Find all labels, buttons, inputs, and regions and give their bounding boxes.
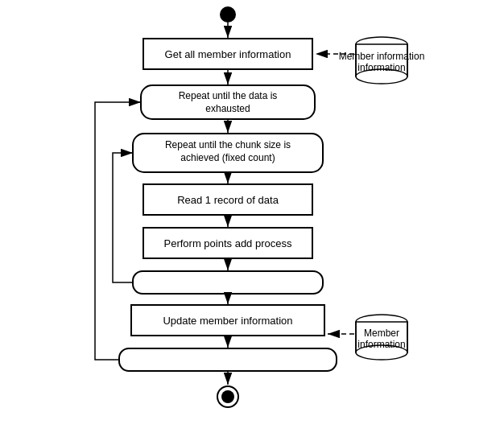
read-record-label: Read 1 record of data — [177, 194, 279, 206]
end-node-inner — [221, 390, 234, 403]
svg-text:Member: Member — [364, 328, 399, 339]
svg-text:achieved (fixed count): achieved (fixed count) — [180, 152, 275, 163]
get-member-label: Get all member information — [165, 48, 291, 60]
svg-text:exhausted: exhausted — [205, 103, 250, 114]
repeat-chunk-label: Repeat until the chunk size is — [165, 139, 291, 150]
db-member-bottom: Member information — [356, 315, 407, 360]
activity-diagram: Get all member information Member inform… — [0, 0, 504, 445]
update-member-label: Update member information — [163, 315, 292, 327]
db-member-top: Member information information — [339, 37, 425, 84]
svg-text:information: information — [357, 339, 405, 350]
outer-end-loop-bar — [119, 348, 337, 371]
perform-points-label: Perform points add process — [164, 237, 292, 249]
svg-text:Member
information: Member information — [339, 51, 425, 62]
start-node — [220, 6, 236, 23]
inner-end-loop-bar — [133, 271, 323, 294]
repeat-data-label: Repeat until the data is — [179, 90, 278, 101]
svg-text:information: information — [357, 62, 405, 73]
